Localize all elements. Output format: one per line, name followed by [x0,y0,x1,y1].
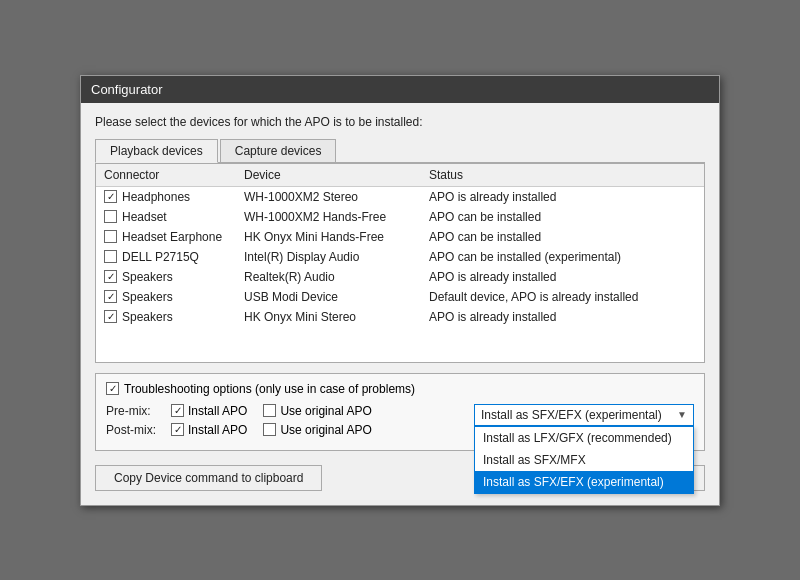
premix-install-label: Install APO [188,404,247,418]
dropdown-item-0[interactable]: Install as LFX/GFX (recommended) [475,427,693,449]
postmix-install-option: Install APO [171,423,247,437]
col-header-status: Status [421,164,704,187]
device-table: Connector Device Status Headphones WH-10… [96,164,704,327]
status-cell: APO can be installed [421,227,704,247]
table-row: Speakers USB Modi Device Default device,… [96,287,704,307]
table-row: Headset WH-1000XM2 Hands-Free APO can be… [96,207,704,227]
premix-install-option: Install APO [171,404,247,418]
postmix-label: Post-mix: [106,423,171,437]
connector-cell: Headphones [96,186,236,207]
table-row: Speakers HK Onyx Mini Stereo APO is alre… [96,307,704,327]
device-cell: WH-1000XM2 Hands-Free [236,207,421,227]
table-row: DELL P2715Q Intel(R) Display Audio APO c… [96,247,704,267]
mix-rows: Pre-mix: Install APO Use original APO Po… [106,404,474,442]
device-cell: HK Onyx Mini Stereo [236,307,421,327]
postmix-install-label: Install APO [188,423,247,437]
row-checkbox-1[interactable] [104,210,117,223]
configurator-window: Configurator Please select the devices f… [80,75,720,506]
row-checkbox-6[interactable] [104,310,117,323]
premix-original-option: Use original APO [263,404,371,418]
premix-row: Pre-mix: Install APO Use original APO [106,404,474,418]
dropdown-area: Install as SFX/EFX (experimental) ▼ Inst… [474,404,694,426]
status-cell: APO is already installed [421,307,704,327]
status-cell: APO can be installed [421,207,704,227]
postmix-row: Post-mix: Install APO Use original APO [106,423,474,437]
dropdown-item-1[interactable]: Install as SFX/MFX [475,449,693,471]
postmix-original-option: Use original APO [263,423,371,437]
row-checkbox-5[interactable] [104,290,117,303]
status-cell: APO can be installed (experimental) [421,247,704,267]
status-cell: APO is already installed [421,186,704,207]
troubleshoot-label: Troubleshooting options (only use in cas… [124,382,415,396]
dropdown-selected-label: Install as SFX/EFX (experimental) [481,408,662,422]
tab-capture[interactable]: Capture devices [220,139,337,162]
title-bar: Configurator [81,76,719,103]
device-table-container: Connector Device Status Headphones WH-10… [95,163,705,363]
premix-label: Pre-mix: [106,404,171,418]
instruction-text: Please select the devices for which the … [95,115,705,129]
row-checkbox-3[interactable] [104,250,117,263]
device-cell: Realtek(R) Audio [236,267,421,287]
connector-cell: Headset [96,207,236,227]
table-row: Speakers Realtek(R) Audio APO is already… [96,267,704,287]
device-cell: Intel(R) Display Audio [236,247,421,267]
premix-install-cb[interactable] [171,404,184,417]
table-row: Headset Earphone HK Onyx Mini Hands-Free… [96,227,704,247]
device-cell: WH-1000XM2 Stereo [236,186,421,207]
postmix-original-label: Use original APO [280,423,371,437]
postmix-original-cb[interactable] [263,423,276,436]
table-row: Headphones WH-1000XM2 Stereo APO is alre… [96,186,704,207]
connector-cell: DELL P2715Q [96,247,236,267]
troubleshoot-header: Troubleshooting options (only use in cas… [106,382,694,396]
row-checkbox-2[interactable] [104,230,117,243]
dropdown-arrow-icon: ▼ [677,409,687,420]
status-cell: Default device, APO is already installed [421,287,704,307]
status-cell: APO is already installed [421,267,704,287]
window-title: Configurator [91,82,163,97]
connector-cell: Speakers [96,307,236,327]
postmix-install-cb[interactable] [171,423,184,436]
dropdown-item-2[interactable]: Install as SFX/EFX (experimental) [475,471,693,493]
troubleshoot-checkbox[interactable] [106,382,119,395]
col-header-connector: Connector [96,164,236,187]
tab-bar: Playback devices Capture devices [95,139,705,163]
connector-cell: Headset Earphone [96,227,236,247]
premix-original-cb[interactable] [263,404,276,417]
troubleshoot-section: Troubleshooting options (only use in cas… [95,373,705,451]
connector-cell: Speakers [96,267,236,287]
device-cell: HK Onyx Mini Hands-Free [236,227,421,247]
device-cell: USB Modi Device [236,287,421,307]
dropdown-list: Install as LFX/GFX (recommended)Install … [474,426,694,494]
row-checkbox-0[interactable] [104,190,117,203]
tab-playback[interactable]: Playback devices [95,139,218,163]
row-checkbox-4[interactable] [104,270,117,283]
connector-cell: Speakers [96,287,236,307]
col-header-device: Device [236,164,421,187]
premix-original-label: Use original APO [280,404,371,418]
copy-button[interactable]: Copy Device command to clipboard [95,465,322,491]
dropdown-button[interactable]: Install as SFX/EFX (experimental) ▼ [474,404,694,426]
